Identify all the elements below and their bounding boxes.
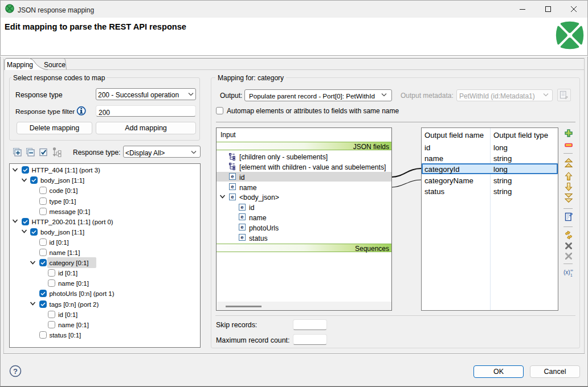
- svg-text:∞: ∞: [570, 268, 573, 272]
- svg-text:1: 1: [570, 273, 573, 277]
- svg-text:e: e: [240, 214, 243, 220]
- svg-text:e: e: [231, 173, 234, 179]
- svg-text:e: e: [240, 224, 243, 230]
- svg-text:e: e: [231, 183, 234, 190]
- svg-text:e: e: [240, 234, 243, 240]
- svg-text:e: e: [240, 204, 243, 210]
- svg-text:e: e: [231, 194, 234, 200]
- svg-text:(x): (x): [564, 269, 570, 275]
- svg-text:?: ?: [13, 367, 18, 376]
